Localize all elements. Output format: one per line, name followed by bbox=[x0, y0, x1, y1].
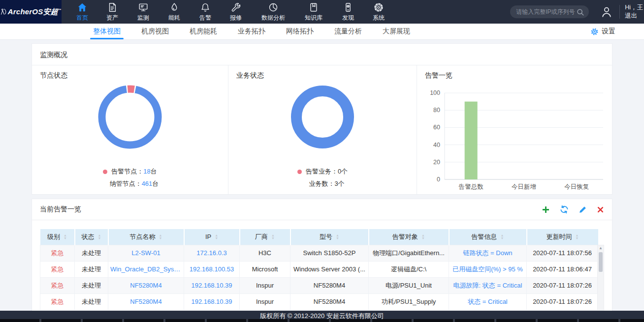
legend-row: 告警业务：0个 bbox=[297, 167, 348, 176]
repair-wrench-icon bbox=[230, 2, 241, 13]
nav-item-energy[interactable]: 能耗 bbox=[158, 0, 191, 24]
sort-icon[interactable]: ▲▼ bbox=[64, 234, 67, 240]
plus-icon bbox=[542, 205, 550, 214]
alarm-overview-panel: 告警一览 020406080100告警总数今日新增今日恢复 bbox=[417, 65, 612, 194]
alarm-bell-icon bbox=[200, 2, 211, 13]
cell-level: 紧急 bbox=[40, 277, 75, 293]
header-vendor[interactable]: 厂商▲▼ bbox=[240, 229, 290, 245]
header-status[interactable]: 状态▲▼ bbox=[75, 229, 108, 245]
sort-icon[interactable]: ▲▼ bbox=[159, 234, 162, 240]
tab-big-screen[interactable]: 大屏展现 bbox=[372, 24, 420, 39]
search-icon[interactable] bbox=[576, 8, 584, 16]
nav-item-assets[interactable]: 资产 bbox=[96, 0, 129, 24]
search-box[interactable] bbox=[510, 5, 589, 18]
business-status-panel: 业务状态 告警业务：0个 业务数：3个 bbox=[228, 65, 417, 194]
refresh-button[interactable] bbox=[560, 205, 569, 214]
header-alarm-object[interactable]: 告警对象▲▼ bbox=[369, 229, 449, 245]
cell-ip[interactable]: 192.168.100.53 bbox=[184, 261, 240, 277]
tab-room-view[interactable]: 机房视图 bbox=[131, 24, 179, 39]
add-button[interactable] bbox=[542, 205, 550, 214]
cell-node[interactable]: L2-SW-01 bbox=[108, 245, 184, 261]
legend-row: 业务数：3个 bbox=[300, 179, 344, 188]
nav-label: 能耗 bbox=[168, 14, 180, 22]
nav-item-data-analysis[interactable]: 数据分析 bbox=[252, 0, 294, 24]
edit-button[interactable] bbox=[579, 205, 587, 214]
energy-drop-icon bbox=[169, 2, 180, 13]
cell-node[interactable]: NF5280M4 bbox=[108, 277, 184, 293]
cell-info[interactable]: 已用磁盘空间(%) > 95 % bbox=[449, 261, 527, 277]
header-alarm-info[interactable]: 告警信息▲▼ bbox=[449, 229, 527, 245]
cell-status: 未处理 bbox=[75, 245, 108, 261]
topbar-right: Hi，王 退出 bbox=[510, 3, 644, 20]
sort-icon[interactable]: ▲▼ bbox=[98, 234, 101, 240]
nav-item-monitoring[interactable]: 监测 bbox=[129, 0, 158, 24]
settings-label: 设置 bbox=[602, 27, 615, 36]
nav-label: 系统 bbox=[373, 14, 385, 22]
tab-room-energy[interactable]: 机房能耗 bbox=[179, 24, 227, 39]
sort-icon[interactable]: ▲▼ bbox=[215, 234, 218, 240]
cell-time: 2020-07-11 18:07:56 bbox=[527, 245, 598, 261]
legend-row: 纳管节点：461台 bbox=[101, 179, 159, 188]
cell-info[interactable]: 状态 = Critical bbox=[449, 293, 527, 310]
nav-item-alarms[interactable]: 告警 bbox=[191, 0, 220, 24]
cell-status: 未处理 bbox=[75, 261, 108, 277]
header-ip[interactable]: IP▲▼ bbox=[184, 229, 240, 245]
app-logo[interactable]: ArcherOS安超™ bbox=[0, 0, 62, 24]
svg-text:20: 20 bbox=[433, 159, 440, 166]
svg-text:今日恢复: 今日恢复 bbox=[564, 183, 589, 190]
cell-node[interactable]: Win_Oracle_DB2_Sysba... bbox=[108, 261, 184, 277]
cell-vendor: Microsoft bbox=[240, 261, 290, 277]
sort-icon[interactable]: ▲▼ bbox=[576, 234, 579, 240]
nav-label: 监测 bbox=[137, 14, 149, 22]
scrollbar-thumb[interactable] bbox=[599, 252, 603, 272]
settings-button[interactable]: 设置 bbox=[590, 24, 615, 39]
cell-info[interactable]: 链路状态 = Down bbox=[449, 245, 527, 261]
nav-item-system[interactable]: 系统 bbox=[363, 0, 394, 24]
cell-object: 功耗/PSU1_Supply bbox=[369, 293, 449, 310]
sort-icon[interactable]: ▲▼ bbox=[336, 234, 339, 240]
table-scrollbar[interactable]: ▲ bbox=[597, 245, 604, 310]
cell-ip[interactable]: 172.16.0.3 bbox=[184, 245, 240, 261]
overview-card-title: 监测概况 bbox=[32, 44, 612, 65]
cell-level: 紧急 bbox=[40, 293, 75, 310]
nav-item-discover[interactable]: 发现 bbox=[333, 0, 363, 24]
search-input[interactable] bbox=[516, 8, 576, 15]
sort-icon[interactable]: ▲▼ bbox=[271, 234, 275, 240]
nav-item-knowledge[interactable]: 知识库 bbox=[294, 0, 333, 24]
nav-label: 数据分析 bbox=[261, 14, 285, 22]
tab-network-topology[interactable]: 网络拓扑 bbox=[276, 24, 324, 39]
nav-item-home[interactable]: 首页 bbox=[69, 0, 96, 24]
cell-vendor: Inspur bbox=[240, 277, 290, 293]
nav-item-repair[interactable]: 报修 bbox=[220, 0, 252, 24]
delete-button[interactable] bbox=[597, 206, 604, 213]
cell-node[interactable]: NF5280M4 bbox=[108, 293, 184, 310]
logo-text: ArcherOS安超™ bbox=[8, 7, 62, 17]
cell-model: Windows Server 2003 (... bbox=[290, 261, 369, 277]
sort-icon[interactable]: ▲▼ bbox=[421, 234, 425, 240]
header-level[interactable]: 级别▲▼ bbox=[40, 229, 75, 245]
header-node-name[interactable]: 节点名称▲▼ bbox=[108, 229, 184, 245]
svg-text:60: 60 bbox=[433, 124, 440, 131]
cell-ip[interactable]: 192.168.10.39 bbox=[184, 277, 240, 293]
cell-time: 2020-07-11 18:07:26 bbox=[527, 277, 598, 293]
cell-model: NF5280M4 bbox=[290, 277, 369, 293]
cell-ip[interactable]: 192.168.10.39 bbox=[184, 293, 240, 310]
header-update-time[interactable]: 更新时间▲▼ bbox=[527, 229, 598, 245]
tab-traffic-analysis[interactable]: 流量分析 bbox=[324, 24, 372, 39]
scroll-up-icon[interactable]: ▲ bbox=[599, 246, 603, 250]
cell-model: NF5280M4 bbox=[290, 293, 369, 310]
archer-logo-icon bbox=[0, 7, 6, 16]
user-block: Hi，王 退出 bbox=[620, 3, 643, 20]
monitoring-overview-card: 监测概况 节点状态 告警节点：18台 纳管节点：461台 业务状态 bbox=[32, 43, 612, 195]
sort-icon[interactable]: ▲▼ bbox=[501, 234, 504, 240]
business-status-title: 业务状态 bbox=[236, 71, 264, 80]
header-model[interactable]: 型号▲▼ bbox=[290, 229, 369, 245]
node-status-panel: 节点状态 告警节点：18台 纳管节点：461台 bbox=[32, 65, 228, 194]
user-avatar[interactable] bbox=[600, 5, 613, 18]
logout-button[interactable]: 退出 bbox=[625, 12, 643, 20]
overview-panels: 节点状态 告警节点：18台 纳管节点：461台 业务状态 bbox=[32, 65, 612, 194]
tab-business-topology[interactable]: 业务拓扑 bbox=[227, 24, 276, 39]
tab-overall-view[interactable]: 整体视图 bbox=[83, 24, 131, 39]
cell-info[interactable]: 电源故障: 状态 = Critical bbox=[449, 277, 527, 293]
table-actions bbox=[542, 205, 604, 214]
